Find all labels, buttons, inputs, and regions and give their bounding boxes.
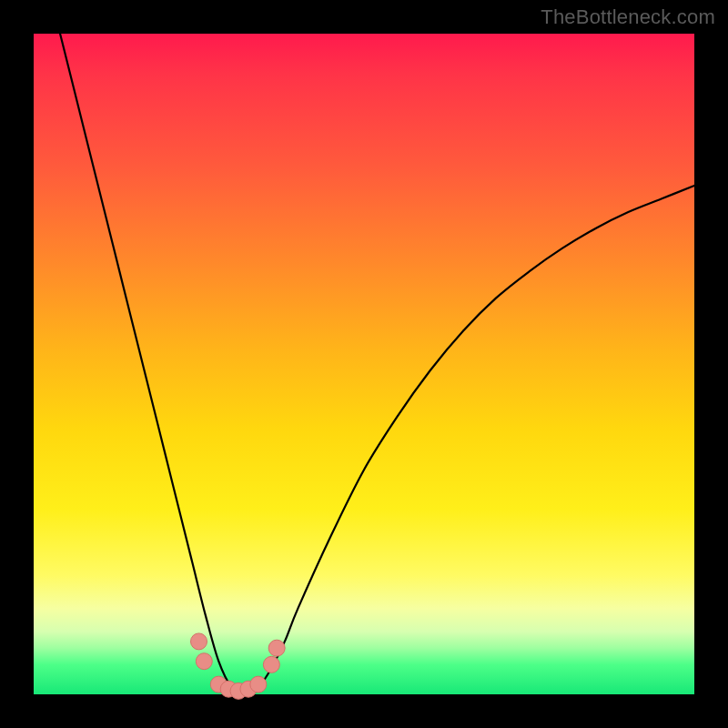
chart-frame: TheBottleneck.com: [0, 0, 728, 728]
bottleneck-curve-svg: [34, 34, 694, 694]
chart-plot-area: [34, 34, 694, 694]
curve-marker: [268, 640, 285, 656]
curve-marker: [250, 676, 267, 693]
curve-marker: [196, 653, 212, 670]
curve-markers: [191, 633, 286, 699]
bottleneck-curve: [60, 34, 694, 694]
curve-marker: [191, 633, 207, 650]
curve-marker: [263, 656, 279, 672]
attribution-watermark: TheBottleneck.com: [541, 5, 715, 29]
